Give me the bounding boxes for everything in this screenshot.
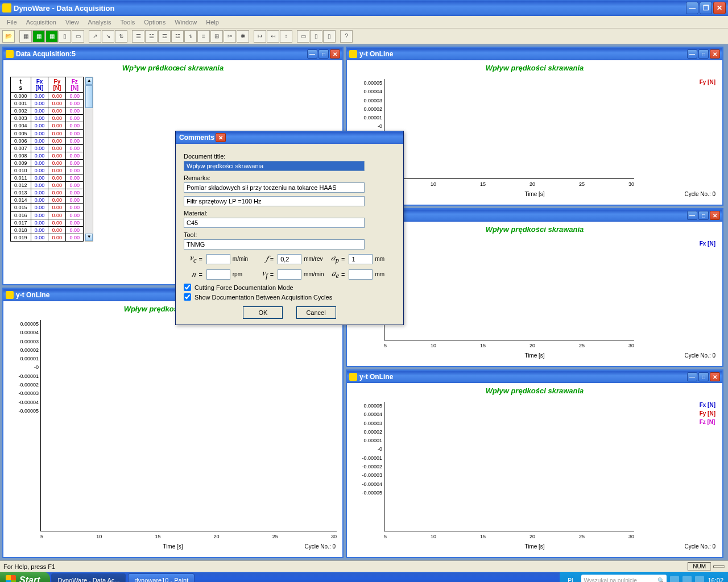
child-minimize[interactable]: — — [687, 49, 697, 59]
child-maximize[interactable]: □ — [318, 49, 329, 59]
child-icon — [349, 373, 357, 381]
menu-view[interactable]: View — [61, 18, 84, 27]
table-scrollbar[interactable]: ▲ ▼ — [85, 77, 93, 242]
menu-tools[interactable]: Tools — [116, 18, 140, 27]
legend-fx: Fx [N] — [700, 401, 715, 409]
menubar: File Acquisition View Analysis Tools Opt… — [0, 16, 728, 28]
tool-btn[interactable]: ▭ — [297, 30, 309, 43]
dialog-comments: Comments ✕ Document title: Remarks: Mate… — [175, 131, 404, 325]
child-maximize[interactable]: □ — [698, 372, 709, 381]
tool-btn[interactable]: ▭ — [72, 30, 84, 43]
tool-btn[interactable]: ▯ — [59, 30, 71, 43]
tool-btn-green1[interactable]: ▦ — [32, 30, 45, 43]
tool-btn[interactable]: ▯ — [323, 30, 336, 43]
tool-btn[interactable]: ☲ — [158, 30, 171, 43]
tool-btn[interactable]: ✱ — [237, 30, 249, 43]
child-close[interactable]: ✕ — [330, 49, 340, 59]
scroll-up-icon[interactable]: ▲ — [85, 77, 93, 85]
input-doc-title[interactable] — [184, 161, 365, 171]
menu-options[interactable]: Options — [139, 18, 170, 27]
child-maximize[interactable]: □ — [698, 211, 709, 220]
child-minimize[interactable]: — — [687, 211, 697, 220]
tool-btn[interactable]: ↕ — [280, 30, 292, 43]
input-material[interactable] — [184, 218, 365, 228]
tool-btn[interactable]: ✂ — [224, 30, 236, 43]
data-table: ts Fx[N] Fy[N] Fz[N] 0.0000.000.000.000.… — [10, 77, 84, 242]
input-remarks1[interactable] — [184, 182, 365, 193]
cancel-button[interactable]: Cancel — [296, 306, 336, 319]
scroll-thumb[interactable] — [85, 85, 93, 108]
menu-window[interactable]: Window — [170, 18, 201, 27]
child-close[interactable]: ✕ — [710, 372, 720, 381]
tool-btn[interactable]: ☰ — [132, 30, 144, 43]
tool-btn-green2[interactable]: ▦ — [46, 30, 58, 43]
tool-btn[interactable]: ▦ — [19, 30, 32, 43]
child-minimize[interactable]: — — [687, 372, 697, 381]
tool-btn[interactable]: ≡ — [197, 30, 210, 43]
tool-btn[interactable]: ☳ — [171, 30, 184, 43]
tool-btn[interactable]: ↤ — [267, 30, 279, 43]
tray-icon[interactable] — [670, 576, 679, 582]
menu-acquisition[interactable]: Acquisition — [22, 18, 61, 27]
child-icon — [6, 291, 14, 299]
scroll-down-icon[interactable]: ▼ — [85, 234, 93, 241]
tray-icon[interactable] — [695, 576, 704, 582]
tool-help-icon[interactable]: ? — [340, 30, 353, 43]
checkbox-show-doc[interactable] — [184, 293, 191, 301]
input-ae[interactable] — [349, 269, 373, 280]
label-remarks: Remarks: — [184, 174, 395, 181]
language-indicator[interactable]: PL — [564, 577, 578, 583]
taskbar-item-dynoware[interactable]: DynoWare - Data Ac... — [51, 573, 126, 582]
table-row: 0.0100.000.000.00 — [11, 167, 84, 174]
child-close[interactable]: ✕ — [710, 211, 720, 220]
tool-btn[interactable]: ☱ — [145, 30, 158, 43]
input-n[interactable] — [206, 269, 230, 280]
input-f[interactable] — [278, 254, 301, 264]
start-button[interactable]: Start — [0, 572, 50, 582]
tool-btn[interactable]: ↘ — [102, 30, 114, 43]
app-titlebar: DynoWare - Data Acquisition — ❐ ✕ — [0, 0, 728, 16]
tool-btn[interactable]: ⊞ — [210, 30, 223, 43]
child-titlebar[interactable]: Data Acquisition:5 — □ ✕ — [3, 48, 342, 60]
dialog-close[interactable]: ✕ — [216, 133, 226, 142]
checkbox-label: Show Documentation Between Acquisition C… — [195, 294, 332, 301]
child-maximize[interactable]: □ — [698, 49, 709, 59]
chart-title: Wpływ prędkości skrawania — [347, 60, 722, 73]
checkbox-cutting-force[interactable] — [184, 284, 191, 291]
child-minimize[interactable]: — — [307, 49, 317, 59]
close-button[interactable]: ✕ — [713, 2, 726, 14]
app-title: DynoWare - Data Acquisition — [14, 4, 114, 13]
minimize-button[interactable]: — — [686, 2, 698, 14]
tool-open-icon[interactable]: 📂 — [2, 30, 15, 43]
child-title: Data Acquisition:5 — [16, 50, 76, 58]
child-close[interactable]: ✕ — [710, 49, 720, 59]
clock[interactable]: 16:02 — [708, 577, 723, 582]
cycle-label: Cycle No.: 0 — [305, 543, 336, 550]
menu-file[interactable]: File — [2, 18, 22, 27]
table-row: 0.0080.000.000.00 — [11, 152, 84, 159]
menu-analysis[interactable]: Analysis — [84, 18, 116, 27]
taskbar-item-paint[interactable]: dynoware10 - Paint — [128, 573, 195, 582]
tool-btn[interactable]: ⇅ — [115, 30, 127, 43]
restore-button[interactable]: ❐ — [700, 2, 712, 14]
desktop-search-input[interactable]: Wyszukaj na pulpicie🔍 — [581, 575, 667, 582]
input-vc[interactable] — [206, 254, 230, 264]
window-yt-bl: y-t OnLine — □ ✕ Wpływ prędkości skrawan… — [2, 288, 344, 558]
menu-help[interactable]: Help — [201, 18, 224, 27]
ok-button[interactable]: OK — [243, 306, 283, 319]
child-titlebar[interactable]: y-t OnLine — □ ✕ — [347, 48, 722, 60]
sym-ae: 𝑎e — [326, 268, 339, 280]
tool-btn[interactable]: ↦ — [254, 30, 266, 43]
tool-btn[interactable]: ↗ — [89, 30, 101, 43]
dialog-titlebar[interactable]: Comments ✕ — [176, 131, 403, 144]
tool-btn[interactable]: ⫮ — [184, 30, 197, 43]
systray: PL Wyszukaj na pulpicie🔍 16:02 — [560, 572, 728, 582]
child-titlebar[interactable]: y-t OnLine — □ ✕ — [347, 371, 722, 383]
input-tool[interactable] — [184, 239, 365, 250]
tool-btn[interactable]: ▯ — [310, 30, 322, 43]
input-vf[interactable] — [278, 269, 301, 280]
tray-icon[interactable] — [682, 576, 692, 582]
input-ap[interactable] — [349, 254, 373, 264]
label-tool: Tool: — [184, 231, 395, 238]
input-remarks2[interactable] — [184, 196, 365, 206]
